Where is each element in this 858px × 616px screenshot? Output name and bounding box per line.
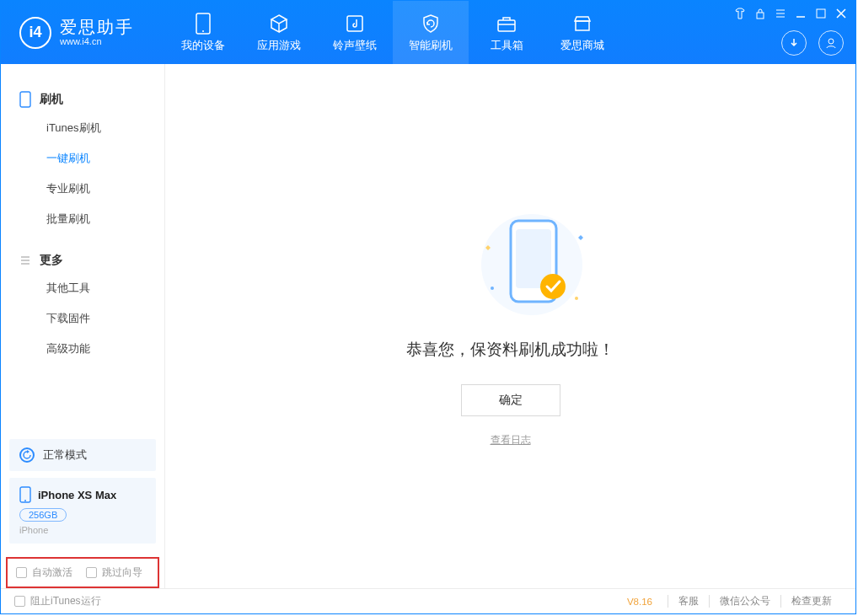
section-label: 更多 [40, 253, 63, 268]
tab-smart-flash[interactable]: 智能刷机 [393, 1, 469, 64]
sidebar-section-more: 更多 其他工具 下载固件 高级功能 [1, 241, 164, 371]
sidebar-item-onekey-flash[interactable]: 一键刷机 [1, 143, 164, 174]
device-icon [192, 13, 214, 35]
svg-rect-3 [498, 20, 515, 31]
mode-card[interactable]: 正常模式 [9, 439, 156, 471]
shield-refresh-icon [420, 13, 442, 35]
confirm-button[interactable]: 确定 [461, 384, 560, 416]
sidebar: 刷机 iTunes刷机 一键刷机 专业刷机 批量刷机 更多 其他工具 下载固件 … [1, 64, 165, 588]
tab-my-device[interactable]: 我的设备 [165, 1, 241, 64]
download-icon[interactable] [781, 30, 807, 56]
logo-text: 爱思助手 www.i4.cn [60, 18, 134, 46]
app-window: i4 爱思助手 www.i4.cn 我的设备 应用游戏 铃声壁纸 智能刷机 工具… [0, 0, 856, 614]
svg-point-10 [24, 500, 26, 501]
tshirt-icon[interactable] [734, 8, 746, 19]
svg-point-16 [575, 297, 578, 300]
tab-apps-games[interactable]: 应用游戏 [241, 1, 317, 64]
sidebar-section-flash: 刷机 iTunes刷机 一键刷机 专业刷机 批量刷机 [1, 79, 164, 241]
device-type: iPhone [19, 525, 146, 535]
checkbox-icon [16, 567, 27, 578]
user-icon[interactable] [818, 30, 844, 56]
sidebar-title-more: 更多 [1, 248, 164, 273]
app-url: www.i4.cn [60, 36, 134, 46]
sidebar-bottom: 正常模式 iPhone XS Max 256GB iPhone [1, 431, 164, 552]
checkbox-skip-guide[interactable]: 跳过向导 [86, 565, 142, 580]
version-label: V8.16 [627, 597, 652, 607]
sidebar-item-advanced[interactable]: 高级功能 [1, 334, 164, 364]
sidebar-title-flash: 刷机 [1, 86, 164, 113]
body: 刷机 iTunes刷机 一键刷机 专业刷机 批量刷机 更多 其他工具 下载固件 … [1, 64, 855, 588]
close-icon[interactable] [835, 8, 847, 19]
app-logo-icon: i4 [19, 17, 51, 49]
cube-icon [268, 13, 290, 35]
section-label: 刷机 [40, 92, 63, 107]
footer-link-support[interactable]: 客服 [668, 595, 709, 608]
sidebar-item-download-firmware[interactable]: 下载固件 [1, 303, 164, 334]
svg-rect-4 [576, 21, 589, 30]
checkbox-label: 自动激活 [32, 565, 72, 580]
window-controls [734, 8, 847, 19]
checkbox-label: 阻止iTunes运行 [30, 594, 101, 608]
footer-link-wechat[interactable]: 微信公众号 [709, 595, 780, 608]
svg-point-1 [202, 30, 204, 32]
device-name: iPhone XS Max [38, 489, 116, 501]
checkbox-block-itunes[interactable]: 阻止iTunes运行 [14, 594, 101, 608]
svg-rect-6 [817, 9, 825, 18]
sidebar-scroll: 刷机 iTunes刷机 一键刷机 专业刷机 批量刷机 更多 其他工具 下载固件 … [1, 64, 164, 431]
tab-label: 爱思商城 [560, 38, 604, 53]
refresh-icon [19, 447, 35, 463]
tab-label: 铃声壁纸 [333, 38, 377, 53]
svg-point-7 [829, 39, 834, 44]
sidebar-item-batch-flash[interactable]: 批量刷机 [1, 204, 164, 234]
phone-outline-icon [19, 91, 31, 108]
view-log-link[interactable]: 查看日志 [406, 433, 614, 447]
mode-label: 正常模式 [43, 447, 87, 463]
tab-toolbox[interactable]: 工具箱 [469, 1, 544, 64]
tab-label: 应用游戏 [257, 38, 301, 53]
tab-label: 我的设备 [181, 38, 225, 53]
svg-rect-8 [20, 92, 30, 107]
header-actions [781, 30, 844, 56]
sidebar-item-itunes-flash[interactable]: iTunes刷机 [1, 113, 164, 143]
device-card[interactable]: iPhone XS Max 256GB iPhone [9, 478, 156, 544]
checkbox-auto-activate[interactable]: 自动激活 [16, 565, 72, 580]
phone-icon [19, 486, 31, 503]
highlighted-options: 自动激活 跳过向导 [6, 557, 159, 588]
device-storage: 256GB [19, 508, 67, 522]
success-illustration [460, 206, 561, 324]
menu-icon[interactable] [775, 8, 786, 19]
lock-icon[interactable] [754, 8, 766, 19]
tab-store[interactable]: 爱思商城 [544, 1, 620, 64]
checkbox-label: 跳过向导 [102, 565, 142, 580]
statusbar: 阻止iTunes运行 V8.16 客服 微信公众号 检查更新 [1, 588, 855, 613]
minimize-icon[interactable] [795, 8, 807, 19]
maximize-icon[interactable] [815, 8, 827, 19]
nav-tabs: 我的设备 应用游戏 铃声壁纸 智能刷机 工具箱 爱思商城 [165, 1, 620, 64]
sidebar-item-other-tools[interactable]: 其他工具 [1, 273, 164, 303]
checkbox-icon [14, 596, 25, 607]
titlebar: i4 爱思助手 www.i4.cn 我的设备 应用游戏 铃声壁纸 智能刷机 工具… [1, 1, 855, 64]
store-icon [571, 13, 593, 35]
svg-point-14 [540, 274, 566, 299]
tab-label: 工具箱 [491, 38, 523, 53]
app-title: 爱思助手 [60, 18, 134, 36]
toolbox-icon [496, 13, 517, 35]
sidebar-item-pro-flash[interactable]: 专业刷机 [1, 174, 164, 204]
tab-label: 智能刷机 [409, 38, 453, 53]
footer-link-update[interactable]: 检查更新 [780, 595, 842, 608]
list-icon [19, 254, 31, 266]
main-content: 恭喜您，保资料刷机成功啦！ 确定 查看日志 [165, 64, 855, 588]
success-message: 恭喜您，保资料刷机成功啦！ [406, 339, 614, 361]
success-panel: 恭喜您，保资料刷机成功啦！ 确定 查看日志 [406, 206, 614, 447]
tab-ringtones-wallpapers[interactable]: 铃声壁纸 [317, 1, 393, 64]
logo-area: i4 爱思助手 www.i4.cn [1, 1, 165, 64]
svg-rect-5 [757, 13, 764, 19]
music-note-icon [344, 13, 366, 35]
checkbox-icon [86, 567, 97, 578]
svg-point-15 [491, 287, 494, 290]
